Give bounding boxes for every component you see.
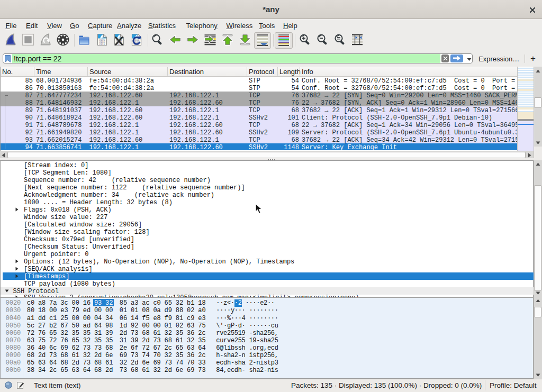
svg-text:0111: 0111 [99, 43, 105, 45]
